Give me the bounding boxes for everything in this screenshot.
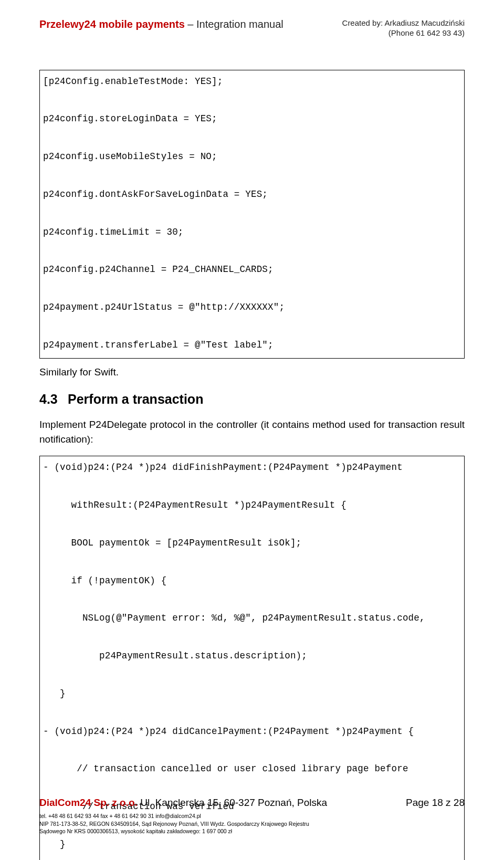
section-heading: 4.3Perform a transaction: [39, 392, 465, 407]
paragraph-implement: Implement P24Delegate protocol in the co…: [39, 417, 465, 446]
footer-page: Page 18 z 28: [406, 797, 465, 809]
header-title-thin: Integration manual: [196, 18, 284, 30]
footer-legal-1: tel. +48 48 61 642 93 44 fax + 48 61 642…: [39, 812, 365, 820]
phone: (Phone 61 642 93 43): [342, 28, 465, 38]
code-block-1: [p24Config.enableTestMode: YES]; p24conf…: [39, 70, 465, 359]
footer-line: DialCom24 Sp. z o.o. Ul. Kanclerska 15, …: [39, 797, 465, 809]
footer-company-name: DialCom24 Sp. z o.o.: [39, 797, 138, 808]
created-by: Created by: Arkadiusz Macudziński: [342, 18, 465, 28]
section-title: Perform a transaction: [68, 392, 203, 406]
footer-legal: tel. +48 48 61 642 93 44 fax + 48 61 642…: [39, 812, 365, 835]
footer-legal-3: Sądowego Nr KRS 0000306513, wysokość kap…: [39, 827, 365, 835]
header-title-sep: –: [185, 18, 196, 30]
page-header: Przelewy24 mobile payments – Integration…: [39, 18, 465, 38]
header-title: Przelewy24 mobile payments – Integration…: [39, 18, 284, 30]
page-footer: DialCom24 Sp. z o.o. Ul. Kanclerska 15, …: [39, 797, 465, 835]
paragraph-swift: Similarly for Swift.: [39, 365, 465, 380]
footer-legal-2: NIP 781-173-38-52, REGON 634509164, Sąd …: [39, 820, 365, 827]
header-title-bold: Przelewy24 mobile payments: [39, 18, 185, 30]
section-number: 4.3: [39, 392, 68, 407]
header-meta: Created by: Arkadiusz Macudziński (Phone…: [342, 18, 465, 38]
footer-company: DialCom24 Sp. z o.o. Ul. Kanclerska 15, …: [39, 797, 327, 809]
footer-company-addr: Ul. Kanclerska 15, 60-327 Poznań, Polska: [138, 797, 327, 808]
